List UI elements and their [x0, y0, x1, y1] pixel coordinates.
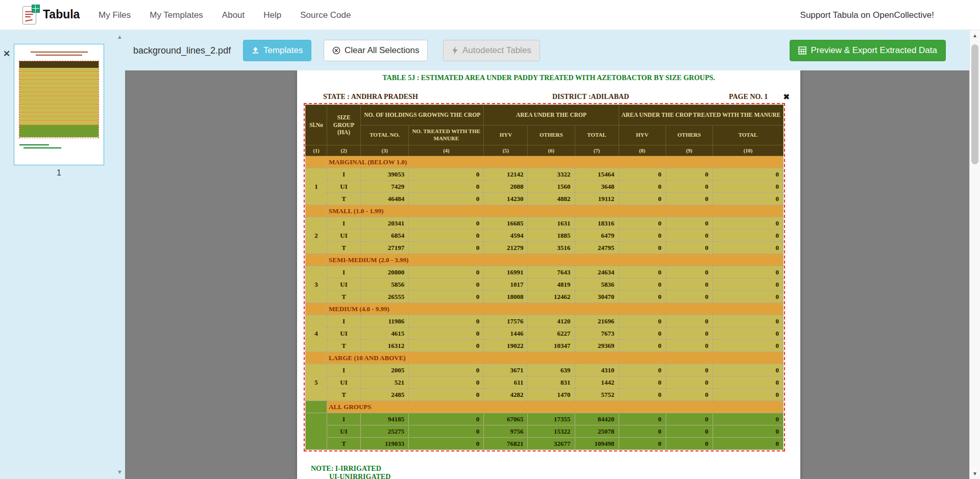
nav-item-about[interactable]: About: [222, 10, 244, 20]
value-cell: 2485: [361, 389, 409, 401]
value-cell: 521: [361, 376, 409, 389]
top-navbar: Tabula My Files My Templates About Help …: [0, 0, 980, 30]
nav-item-my-files[interactable]: My Files: [99, 10, 131, 20]
selection-close-icon[interactable]: ✖: [783, 92, 790, 102]
value-cell: 25078: [575, 425, 619, 438]
value-cell: 0: [713, 181, 783, 193]
document-state: STATE : ANDHRA PRADESH: [323, 93, 418, 101]
value-cell: 0: [666, 413, 713, 425]
sidebar-scroll-up-icon[interactable]: ▲: [117, 34, 122, 40]
table-data-row: 4I11986017576412021696000: [306, 315, 783, 327]
value-cell: 0: [713, 413, 783, 425]
value-cell: 0: [409, 376, 484, 389]
pdf-page[interactable]: TABLE 5J : ESTIMATED AREA UNDER PADDY TR…: [297, 70, 800, 479]
row-type-cell: T: [327, 291, 361, 303]
value-cell: 0: [409, 181, 484, 193]
value-cell: 0: [713, 327, 783, 340]
page-thumbnails-sidebar: ✕ 1 ▲ ▼: [0, 30, 125, 479]
sidebar-scroll-down-icon[interactable]: ▼: [117, 469, 122, 475]
table-group-label-row: MEDIUM (4.0 - 9.99): [306, 303, 783, 315]
table-icon: [798, 46, 806, 55]
scrollbar-down-icon[interactable]: ▼: [970, 471, 980, 476]
value-cell: 0: [409, 230, 484, 242]
value-cell: 0: [713, 230, 783, 242]
value-cell: 4120: [528, 315, 575, 327]
value-cell: 7643: [528, 266, 575, 279]
value-cell: 1446: [484, 327, 528, 340]
brand-title: Tabula: [43, 8, 80, 21]
value-cell: 4594: [484, 230, 528, 242]
templates-button[interactable]: Templates: [243, 40, 311, 61]
value-cell: 0: [713, 193, 783, 205]
value-cell: 3322: [528, 168, 575, 181]
value-cell: 0: [666, 193, 713, 205]
clear-all-selections-button[interactable]: Clear All Selections: [324, 40, 428, 61]
group-label: MEDIUM (4.0 - 9.99): [327, 303, 783, 315]
value-cell: 0: [409, 279, 484, 291]
value-cell: 27197: [361, 242, 409, 254]
table-group-label-row: SMALL (1.0 - 1.99): [306, 205, 783, 217]
col-header-slno: Sl.No: [306, 105, 327, 145]
group-label: SMALL (1.0 - 1.99): [327, 205, 783, 217]
row-type-cell: I: [327, 413, 361, 425]
value-cell: 0: [713, 340, 783, 352]
thumb-mini-table: [19, 61, 99, 138]
value-cell: 0: [619, 389, 666, 401]
value-cell: 6479: [575, 230, 619, 242]
value-cell: 5856: [361, 279, 409, 291]
scrollbar-up-icon[interactable]: ▲: [970, 33, 980, 38]
table-data-row: 5I2005036716394310000: [306, 364, 783, 376]
value-cell: 0: [619, 315, 666, 327]
remove-page-icon[interactable]: ✕: [3, 49, 10, 58]
nav-item-my-templates[interactable]: My Templates: [150, 10, 203, 20]
autodetect-button-label: Autodetect Tables: [462, 40, 531, 61]
table-data-row: I941850670651735584420000: [306, 413, 783, 425]
page-thumbnail[interactable]: [14, 44, 104, 165]
value-cell: 3671: [484, 364, 528, 376]
table-data-row: UI25275097561532225078000: [306, 425, 783, 438]
value-cell: 29369: [575, 340, 619, 352]
col-number: (6): [528, 145, 575, 156]
row-type-cell: UI: [327, 327, 361, 340]
table-selection-region[interactable]: ✖ Sl.No SIZE GROUP (HA) NO. OF HOLDINGS …: [305, 105, 783, 450]
value-cell: 0: [409, 193, 484, 205]
value-cell: 0: [619, 217, 666, 230]
value-cell: 0: [619, 291, 666, 303]
row-type-cell: T: [327, 438, 361, 450]
support-link[interactable]: Support Tabula on OpenCollective!: [800, 10, 934, 20]
lightning-bolt-icon: [452, 46, 458, 55]
row-type-cell: UI: [327, 230, 361, 242]
col-number: (2): [327, 145, 361, 156]
value-cell: 0: [666, 291, 713, 303]
col-header-total-1: TOTAL: [575, 125, 619, 145]
scrollbar-thumb[interactable]: [971, 44, 978, 164]
value-cell: 17355: [528, 413, 575, 425]
table-data-row: UI68540459418856479000: [306, 230, 783, 242]
col-header-no-treated: NO. TREATED WITH THE MANURE: [409, 125, 484, 145]
value-cell: 0: [619, 279, 666, 291]
value-cell: 0: [409, 315, 484, 327]
table-data-row: UI52106118311442000: [306, 376, 783, 389]
value-cell: 26555: [361, 291, 409, 303]
value-cell: 0: [619, 230, 666, 242]
value-cell: 67065: [484, 413, 528, 425]
export-button-label: Preview & Export Extracted Data: [811, 40, 937, 61]
col-number: (4): [409, 145, 484, 156]
autodetect-tables-button[interactable]: Autodetect Tables: [443, 40, 540, 61]
value-cell: 24795: [575, 242, 619, 254]
col-header-total-2: TOTAL: [713, 125, 783, 145]
nav-item-source-code[interactable]: Source Code: [300, 10, 351, 20]
table-data-row: UI74290208815603648000: [306, 181, 783, 193]
value-cell: 39053: [361, 168, 409, 181]
value-cell: 109498: [575, 438, 619, 450]
vertical-scrollbar[interactable]: ▲ ▼: [969, 30, 980, 479]
nav-item-help[interactable]: Help: [263, 10, 281, 20]
value-cell: 0: [409, 266, 484, 279]
value-cell: 12142: [484, 168, 528, 181]
value-cell: 84420: [575, 413, 619, 425]
value-cell: 0: [409, 242, 484, 254]
col-number: (9): [666, 145, 713, 156]
preview-export-button[interactable]: Preview & Export Extracted Data: [790, 40, 946, 61]
table-group-label-row: MARGINAL (BELOW 1.0): [306, 156, 783, 168]
row-type-cell: UI: [327, 279, 361, 291]
